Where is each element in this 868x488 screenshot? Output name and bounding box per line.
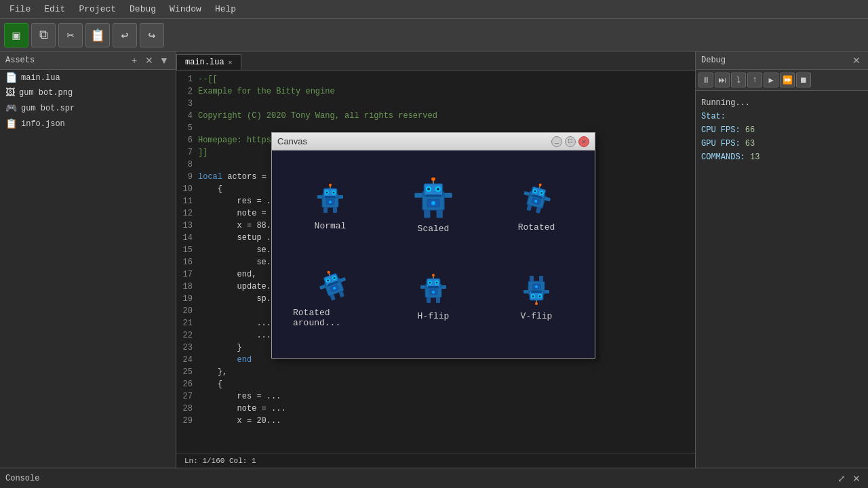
- asset-item-gum-bot-png[interactable]: 🖼 gum bot.png: [0, 85, 176, 100]
- stop-button[interactable]: ⏹: [796, 73, 811, 87]
- svg-point-5: [333, 192, 335, 194]
- debug-running: Running...: [701, 96, 863, 110]
- json-icon: 📋: [5, 118, 17, 129]
- svg-rect-41: [524, 191, 530, 196]
- debug-stat-label: Stat:: [701, 110, 863, 123]
- debug-cpu-fps: CPU FPS: 66: [701, 123, 863, 137]
- console-expand-button[interactable]: ⤢: [835, 472, 848, 485]
- svg-point-37: [538, 184, 542, 187]
- tabs-bar: main.lua ✕: [176, 52, 695, 70]
- sprite-rotated-around-label: Rotated around...: [293, 308, 368, 328]
- menu-bar: File Edit Project Debug Window Help: [0, 0, 868, 19]
- robot-rotated-sprite: [515, 178, 558, 221]
- assets-close-button[interactable]: ✕: [143, 54, 155, 66]
- svg-rect-25: [437, 210, 443, 218]
- debug-close-button[interactable]: ✕: [850, 54, 863, 66]
- step-out-button[interactable]: ↑: [747, 73, 762, 87]
- console-close-button[interactable]: ✕: [850, 472, 863, 485]
- robot-scaled-sprite: [412, 178, 455, 221]
- code-line-1: 1 --[[: [176, 73, 695, 85]
- canvas-close-button[interactable]: ✕: [578, 136, 589, 147]
- svg-point-7: [329, 184, 332, 186]
- step-over-button[interactable]: ⤵: [731, 73, 746, 87]
- code-line-2: 2 Example for the Bitty engine: [176, 85, 695, 98]
- svg-rect-83: [531, 291, 542, 293]
- code-line-4: 4 Copyright (C) 2020 Tony Wang, all righ…: [176, 110, 695, 122]
- assets-header-actions: + ✕ ▼: [128, 54, 170, 66]
- asset-name: main.lua: [21, 73, 60, 83]
- debug-commands: COMMANDS: 13: [701, 150, 863, 164]
- undo-button[interactable]: ↩: [113, 23, 137, 47]
- assets-filter-button[interactable]: ▼: [158, 54, 170, 66]
- cpu-fps-label: CPU FPS:: [701, 125, 745, 135]
- asset-name: gum bot.png: [19, 88, 73, 98]
- assets-add-button[interactable]: +: [128, 54, 140, 66]
- sprite-rotated-label: Rotated: [518, 222, 555, 232]
- code-line-3: 3: [176, 98, 695, 110]
- running-status: Running...: [701, 98, 750, 108]
- menu-edit[interactable]: Edit: [37, 3, 72, 16]
- step-button[interactable]: ⏭: [715, 73, 730, 87]
- file-icon: 📄: [5, 72, 17, 83]
- cut-button[interactable]: ✂: [58, 23, 83, 47]
- svg-point-22: [431, 178, 435, 181]
- tab-main-lua[interactable]: main.lua ✕: [176, 54, 241, 70]
- svg-rect-40: [536, 207, 541, 214]
- svg-rect-42: [545, 197, 551, 202]
- tab-close-icon[interactable]: ✕: [229, 58, 233, 66]
- paste-button[interactable]: 📋: [85, 23, 110, 47]
- sprite-normal: Normal: [293, 183, 368, 231]
- debug-content: Running... Stat: CPU FPS: 66 GPU FPS: 63…: [696, 91, 868, 169]
- pause-button[interactable]: ⏸: [698, 73, 713, 87]
- copy-button[interactable]: ⧉: [31, 23, 56, 47]
- robot-rotated-around-sprite: [311, 264, 357, 309]
- asset-item-gum-bot-spr[interactable]: 🎮 gum bot.spr: [0, 100, 176, 116]
- tab-label: main.lua: [185, 58, 224, 67]
- sprite-scaled-label: Scaled: [418, 224, 450, 234]
- canvas-minimize-button[interactable]: _: [551, 136, 562, 147]
- svg-rect-69: [436, 298, 440, 303]
- menu-debug[interactable]: Debug: [123, 3, 163, 16]
- menu-file[interactable]: File: [3, 3, 37, 16]
- sprites-row-2: Rotated around...: [285, 267, 581, 328]
- code-line-26: 26 {: [176, 378, 695, 390]
- continue-button[interactable]: ⏩: [780, 73, 795, 87]
- canvas-title-buttons: _ □ ✕: [551, 136, 589, 147]
- code-line-25: 25 },: [176, 366, 695, 378]
- canvas-maximize-button[interactable]: □: [565, 136, 576, 147]
- editor-status: Ln: 1/160 Col: 1: [176, 453, 695, 468]
- sprite-vflip-label: V-flip: [521, 311, 553, 321]
- svg-rect-24: [424, 210, 430, 218]
- asset-name: info.json: [21, 119, 65, 129]
- menu-project[interactable]: Project: [72, 3, 123, 16]
- commands-label: COMMANDS:: [701, 152, 750, 162]
- new-button[interactable]: ▣: [4, 23, 28, 47]
- canvas-titlebar: Canvas _ □ ✕: [272, 133, 595, 150]
- cpu-fps-value: 66: [745, 125, 755, 135]
- svg-point-14: [329, 201, 332, 203]
- redo-button[interactable]: ↪: [140, 23, 164, 47]
- asset-item-main-lua[interactable]: 📄 main.lua: [0, 70, 176, 85]
- menu-window[interactable]: Window: [163, 3, 208, 16]
- asset-item-info-json[interactable]: 📋 info.json: [0, 116, 176, 131]
- debug-title: Debug: [701, 56, 726, 65]
- svg-rect-86: [524, 290, 528, 293]
- svg-rect-8: [325, 196, 336, 198]
- svg-rect-57: [340, 277, 346, 282]
- gpu-fps-label: GPU FPS:: [701, 139, 745, 148]
- svg-rect-27: [444, 193, 452, 198]
- svg-rect-68: [428, 286, 439, 288]
- stat-label: Stat:: [701, 112, 726, 121]
- debug-gpu-fps: GPU FPS: 63: [701, 137, 863, 150]
- bottom-panel: Console ⤢ ✕: [0, 468, 868, 488]
- sprite-icon: 🎮: [5, 102, 17, 114]
- sprite-hflip-label: H-flip: [418, 311, 450, 321]
- menu-help[interactable]: Help: [208, 3, 243, 16]
- svg-rect-70: [427, 298, 431, 303]
- assets-header: Assets + ✕ ▼: [0, 52, 176, 70]
- debug-toolbar: ⏸ ⏭ ⤵ ↑ ▶ ⏩ ⏹: [696, 70, 868, 91]
- console-title: Console: [5, 474, 39, 483]
- run-button[interactable]: ▶: [764, 73, 778, 87]
- sprite-rotated: Rotated: [499, 182, 574, 232]
- canvas-content: Normal: [272, 150, 595, 358]
